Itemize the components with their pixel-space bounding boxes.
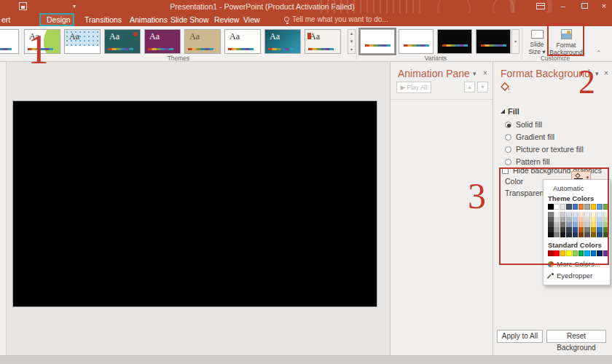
group-separator <box>356 28 357 60</box>
play-all-button[interactable]: ▶ Play All <box>396 82 431 93</box>
theme-color-strip <box>188 48 217 50</box>
theme-thumbnail-1[interactable] <box>0 29 19 54</box>
tell-me-label: Tell me what you want to do... <box>292 15 388 23</box>
minimize-button[interactable]: – <box>555 1 571 12</box>
reset-background-button[interactable]: Reset Background <box>546 330 606 343</box>
restore-button[interactable] <box>581 3 588 9</box>
radio-gradient-fill[interactable]: Gradient fill <box>505 132 554 141</box>
titlebar: ▾ Presentation1 - PowerPoint (Product Ac… <box>0 0 612 13</box>
theme-thumbnail-5[interactable]: Aa <box>144 29 181 54</box>
annotation-box-format-background <box>547 23 584 56</box>
lightbulb-icon <box>284 17 289 22</box>
variant-color-strip <box>365 44 391 47</box>
variant-thumbnail-3[interactable] <box>437 29 472 54</box>
annotation-box-color-picker <box>499 167 609 265</box>
theme-color-strip <box>148 48 177 50</box>
theme-aa-label: Aa <box>109 31 119 42</box>
theme-color-strip <box>68 48 97 50</box>
theme-aa-label: Aa <box>230 31 240 42</box>
paint-bucket-icon[interactable] <box>499 81 511 92</box>
radio-icon <box>505 159 511 165</box>
animation-pane-menu-icon[interactable]: ▾ <box>473 70 476 77</box>
play-all-label: Play All <box>407 84 428 91</box>
fill-label: Fill <box>508 107 519 116</box>
theme-color-strip <box>108 48 137 50</box>
animation-pane-close-icon[interactable]: × <box>483 69 487 77</box>
theme-aa-label: Aa <box>149 31 160 42</box>
theme-thumbnail-4[interactable]: Aa <box>104 29 141 54</box>
theme-aa-label: Aa <box>310 31 320 42</box>
status-bar <box>0 355 612 364</box>
theme-color-strip <box>0 48 15 50</box>
pane-menu-icon[interactable]: ▾ <box>595 70 599 77</box>
pane-close-icon[interactable]: × <box>604 69 608 77</box>
variant-thumbnail-2[interactable] <box>399 29 434 54</box>
radio-label: Solid fill <box>516 120 542 129</box>
theme-color-strip <box>228 48 257 50</box>
fill-section-header[interactable]: Fill <box>501 107 519 116</box>
tab-transitions[interactable]: Transitions <box>80 14 126 25</box>
tab-design[interactable]: Design <box>42 14 75 25</box>
tab-insert-partial[interactable]: ert <box>0 14 15 25</box>
themes-gallery-scrollbar[interactable]: ▲▼▾ <box>348 29 356 54</box>
radio-label: Gradient fill <box>516 132 554 141</box>
group-label-themes: Themes <box>135 55 222 62</box>
radio-icon <box>505 134 511 141</box>
variant-color-strip <box>481 44 507 47</box>
ribbon-tab-row: ert Design Transitions Animations Slide … <box>0 13 612 26</box>
window-title: Presentation1 - PowerPoint (Product Acti… <box>0 2 525 11</box>
tab-view[interactable]: View <box>239 14 264 25</box>
menu-item-eyedropper[interactable]: Eyedropper <box>544 272 610 280</box>
theme-thumbnail-3[interactable]: Aa <box>64 29 101 54</box>
theme-color-strip <box>268 48 297 50</box>
annotation-number-3: 3 <box>468 175 486 217</box>
theme-aa-label: Aa <box>270 31 280 42</box>
slide-size-icon <box>531 30 544 39</box>
annotation-number-1: 1 <box>28 25 49 74</box>
powerpoint-window: ▾ Presentation1 - PowerPoint (Product Ac… <box>0 0 612 364</box>
slide-canvas[interactable] <box>12 100 377 307</box>
tell-me-box[interactable]: Tell me what you want to do... <box>284 14 388 25</box>
eyedropper-icon <box>548 273 554 279</box>
theme-thumbnail-7[interactable]: Aa <box>224 29 261 54</box>
close-button[interactable]: × <box>596 1 612 12</box>
ribbon: AaAaAaAaAaAaAaAa ▲▼▾ ▾ Slide Size ▾ Form… <box>0 26 612 62</box>
theme-thumbnail-9[interactable]: Aa <box>305 29 341 54</box>
theme-color-strip <box>308 48 337 50</box>
radio-label: Picture or texture fill <box>516 145 584 154</box>
move-earlier-button[interactable]: ▲ <box>464 82 475 92</box>
collapse-triangle-icon <box>501 109 505 114</box>
radio-label: Pattern fill <box>516 157 550 166</box>
tab-slide-show[interactable]: Slide Show <box>166 14 213 25</box>
theme-thumbnail-8[interactable]: Aa <box>264 29 301 54</box>
group-label-variants: Variants <box>392 55 479 62</box>
radio-pattern-fill[interactable]: Pattern fill <box>505 157 550 166</box>
variant-thumbnail-1[interactable] <box>360 29 395 54</box>
format-background-pane-title: Format Background <box>501 68 590 79</box>
divider <box>391 99 493 100</box>
radio-solid-fill[interactable]: Solid fill <box>505 120 542 129</box>
radio-picture-fill[interactable]: Picture or texture fill <box>505 145 584 154</box>
radio-icon <box>505 122 511 128</box>
variant-thumbnail-4[interactable] <box>476 29 511 54</box>
eyedropper-label: Eyedropper <box>557 272 592 280</box>
theme-aa-label: Aa <box>189 31 200 42</box>
slide-size-button[interactable]: Slide Size ▾ <box>526 28 548 55</box>
animation-pane-title: Animation Pane <box>398 68 470 79</box>
annotation-number-2: 2 <box>578 63 595 101</box>
collapse-ribbon-icon[interactable]: ⌃ <box>596 50 602 57</box>
variant-color-strip <box>404 44 430 47</box>
slide-workspace <box>0 62 390 355</box>
thumbnail-panel-edge[interactable] <box>0 62 7 355</box>
theme-thumbnail-6[interactable]: Aa <box>184 29 221 54</box>
radio-icon <box>505 146 511 153</box>
apply-to-all-button[interactable]: Apply to All <box>497 330 543 343</box>
slide-size-label: Slide <box>530 41 544 48</box>
theme-aa-label: Aa <box>69 31 79 42</box>
ribbon-display-options-icon[interactable] <box>536 3 545 9</box>
variants-gallery-more[interactable]: ▾ <box>511 29 519 54</box>
move-later-button[interactable]: ▼ <box>477 82 488 92</box>
variant-color-strip <box>442 44 468 47</box>
tab-animations[interactable]: Animations <box>125 14 172 25</box>
